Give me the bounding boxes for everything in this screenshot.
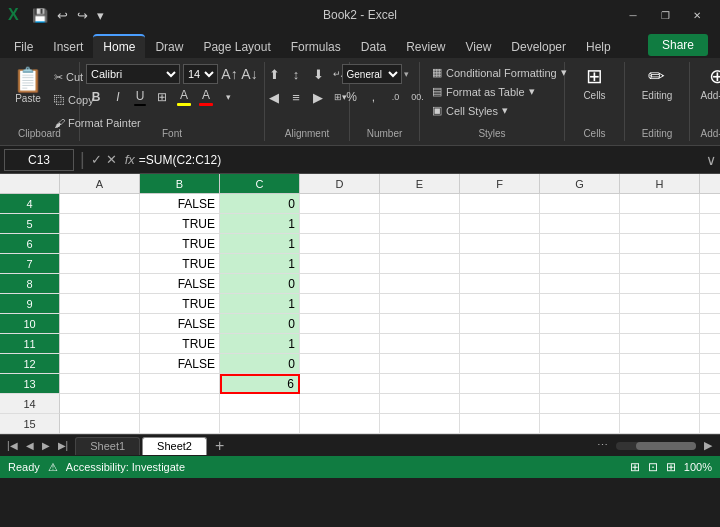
col-header-b[interactable]: B [140,174,220,193]
tab-file[interactable]: File [4,36,43,58]
cell-g15[interactable] [540,414,620,434]
cell-e10[interactable] [380,314,460,334]
cell-i11[interactable] [700,334,720,354]
cell-g5[interactable] [540,214,620,234]
cell-f13[interactable] [460,374,540,394]
view-normal-button[interactable]: ⊞ [630,460,640,474]
cell-i7[interactable] [700,254,720,274]
cell-f6[interactable] [460,234,540,254]
cell-c9[interactable]: 1 [220,294,300,314]
cell-e13[interactable] [380,374,460,394]
cell-b10[interactable]: FALSE [140,314,220,334]
cell-d6[interactable] [300,234,380,254]
cell-b14[interactable] [140,394,220,414]
tab-review[interactable]: Review [396,36,455,58]
cell-b8[interactable]: FALSE [140,274,220,294]
cell-b4[interactable]: FALSE [140,194,220,214]
cell-g6[interactable] [540,234,620,254]
view-page-break-button[interactable]: ⊞ [666,460,676,474]
cell-i13[interactable] [700,374,720,394]
col-header-a[interactable]: A [60,174,140,193]
cell-h13[interactable] [620,374,700,394]
col-header-e[interactable]: E [380,174,460,193]
cell-g11[interactable] [540,334,620,354]
tab-formulas[interactable]: Formulas [281,36,351,58]
cell-c4[interactable]: 0 [220,194,300,214]
cell-g7[interactable] [540,254,620,274]
underline-button[interactable]: U [130,87,150,107]
cell-b12[interactable]: FALSE [140,354,220,374]
percent-button[interactable]: % [342,87,362,107]
cell-h5[interactable] [620,214,700,234]
row-header-6[interactable]: 6 [0,234,60,254]
row-header-5[interactable]: 5 [0,214,60,234]
row-header-15[interactable]: 15 [0,414,60,434]
cell-e14[interactable] [380,394,460,414]
cell-g9[interactable] [540,294,620,314]
cell-h14[interactable] [620,394,700,414]
cell-c11[interactable]: 1 [220,334,300,354]
cell-h10[interactable] [620,314,700,334]
cell-a12[interactable] [60,354,140,374]
row-header-10[interactable]: 10 [0,314,60,334]
align-bottom-button[interactable]: ⬇ [308,64,328,84]
sheet-options-button[interactable]: ⋯ [597,439,608,452]
row-header-9[interactable]: 9 [0,294,60,314]
col-header-h[interactable]: H [620,174,700,193]
row-header-11[interactable]: 11 [0,334,60,354]
cell-c15[interactable] [220,414,300,434]
cell-e8[interactable] [380,274,460,294]
format-expand-button[interactable]: ▾ [218,87,238,107]
close-button[interactable]: ✕ [682,5,712,25]
increase-font-button[interactable]: A↑ [221,64,238,84]
align-top-button[interactable]: ⬆ [264,64,284,84]
cell-a8[interactable] [60,274,140,294]
cell-e6[interactable] [380,234,460,254]
formula-input[interactable] [139,153,702,167]
cell-d10[interactable] [300,314,380,334]
cell-a13[interactable] [60,374,140,394]
first-sheet-button[interactable]: |◀ [4,439,21,452]
cell-i10[interactable] [700,314,720,334]
cell-b11[interactable]: TRUE [140,334,220,354]
cell-d5[interactable] [300,214,380,234]
decrease-decimal-button[interactable]: .0 [386,87,406,107]
undo-icon[interactable]: ↩ [54,6,71,25]
cell-d4[interactable] [300,194,380,214]
tab-help[interactable]: Help [576,36,621,58]
cell-i15[interactable] [700,414,720,434]
cell-f14[interactable] [460,394,540,414]
formula-check-button[interactable]: ✓ [91,152,102,167]
cell-d12[interactable] [300,354,380,374]
font-size-select[interactable]: 14 [183,64,218,84]
scroll-right-button[interactable]: ▶ [704,439,712,452]
cell-f7[interactable] [460,254,540,274]
col-header-c[interactable]: C [220,174,300,193]
cell-f9[interactable] [460,294,540,314]
align-left-button[interactable]: ◀ [264,87,284,107]
cell-h8[interactable] [620,274,700,294]
cell-d8[interactable] [300,274,380,294]
cell-c10[interactable]: 0 [220,314,300,334]
cell-i5[interactable] [700,214,720,234]
cell-e5[interactable] [380,214,460,234]
decrease-font-button[interactable]: A↓ [241,64,258,84]
cell-a15[interactable] [60,414,140,434]
row-header-14[interactable]: 14 [0,394,60,414]
conditional-formatting-button[interactable]: ▦ Conditional Formatting ▾ [426,64,558,81]
paste-button[interactable]: 📋 Paste [6,64,50,108]
number-format-select[interactable]: General [342,64,402,84]
cell-d7[interactable] [300,254,380,274]
cell-a4[interactable] [60,194,140,214]
comma-button[interactable]: , [364,87,384,107]
italic-button[interactable]: I [108,87,128,107]
minimize-button[interactable]: ─ [618,5,648,25]
cell-g14[interactable] [540,394,620,414]
format-as-table-button[interactable]: ▤ Format as Table ▾ [426,83,558,100]
cell-d9[interactable] [300,294,380,314]
cell-h11[interactable] [620,334,700,354]
cell-c14[interactable] [220,394,300,414]
cell-f15[interactable] [460,414,540,434]
cell-e15[interactable] [380,414,460,434]
cell-g8[interactable] [540,274,620,294]
